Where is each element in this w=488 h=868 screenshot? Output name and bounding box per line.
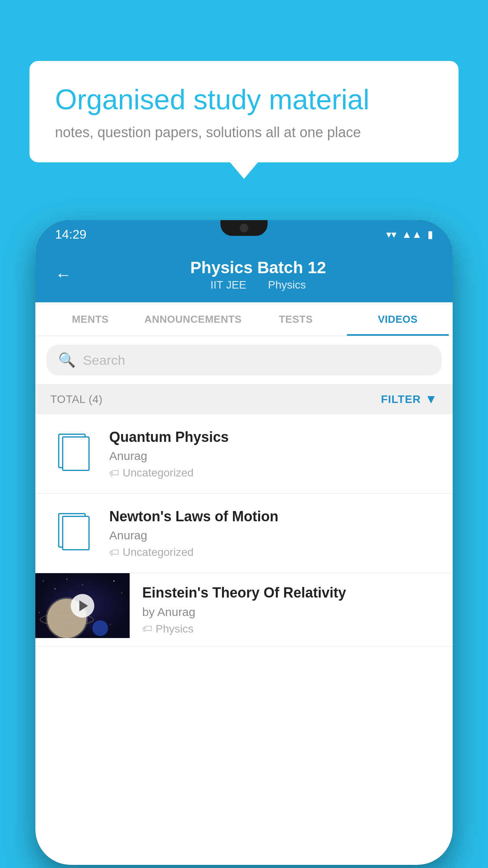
- svg-point-4: [82, 585, 83, 585]
- tag-label: Physics: [156, 623, 193, 635]
- tag-icon: 🏷: [109, 546, 119, 559]
- bubble-subtitle: notes, question papers, solutions all at…: [55, 124, 433, 141]
- svg-point-3: [66, 579, 67, 579]
- video-tag: 🏷 Physics: [142, 623, 442, 635]
- play-button[interactable]: [71, 594, 94, 618]
- back-button[interactable]: ←: [55, 265, 72, 284]
- phone-screen: ← Physics Batch 12 IIT JEE Physics MENTS…: [35, 248, 453, 865]
- list-item[interactable]: Newton's Laws of Motion Anurag 🏷 Uncateg…: [35, 494, 453, 573]
- tab-videos[interactable]: VIDEOS: [347, 302, 449, 336]
- video-author: Anurag: [109, 449, 438, 463]
- camera: [240, 224, 248, 232]
- filter-icon: ▼: [425, 392, 438, 406]
- filter-label: FILTER: [381, 393, 421, 406]
- total-count: TOTAL (4): [50, 393, 103, 406]
- status-time: 14:29: [55, 227, 86, 242]
- search-icon: 🔍: [58, 352, 76, 368]
- list-meta: TOTAL (4) FILTER ▼: [35, 384, 453, 414]
- video-title: Quantum Physics: [109, 428, 438, 445]
- play-icon: [79, 600, 88, 611]
- video-title: Einstein's Theory Of Relativity: [142, 584, 442, 601]
- video-info: Newton's Laws of Motion Anurag 🏷 Uncateg…: [109, 508, 438, 559]
- svg-point-5: [114, 581, 115, 582]
- battery-icon: ▮: [427, 228, 433, 241]
- speech-bubble-container: Organised study material notes, question…: [29, 61, 459, 162]
- tabs-bar: MENTS ANNOUNCEMENTS TESTS VIDEOS: [35, 302, 453, 336]
- tag-label: Uncategorized: [123, 467, 194, 479]
- bubble-title: Organised study material: [55, 83, 433, 116]
- tag-label: Uncategorized: [123, 546, 194, 559]
- tag-icon: 🏷: [142, 623, 152, 635]
- list-item[interactable]: Einstein's Theory Of Relativity by Anura…: [35, 573, 453, 646]
- signal-icon: ▲▲: [402, 228, 422, 241]
- svg-point-6: [121, 592, 122, 593]
- file-icon: [58, 513, 90, 550]
- header-iit-jee: IIT JEE: [211, 279, 246, 291]
- svg-point-8: [110, 624, 110, 625]
- tab-tests[interactable]: TESTS: [245, 302, 347, 336]
- list-item[interactable]: Quantum Physics Anurag 🏷 Uncategorized: [35, 414, 453, 494]
- status-icons: ▾▾ ▲▲ ▮: [386, 228, 433, 241]
- video-info: Quantum Physics Anurag 🏷 Uncategorized: [109, 428, 438, 479]
- video-thumb: [50, 508, 97, 555]
- search-bar-wrap: 🔍 Search: [35, 336, 453, 384]
- app-header: ← Physics Batch 12 IIT JEE Physics: [35, 248, 453, 302]
- header-center: Physics Batch 12 IIT JEE Physics: [83, 258, 433, 291]
- status-bar: 14:29 ▾▾ ▲▲ ▮: [35, 220, 453, 248]
- svg-point-12: [92, 620, 108, 636]
- video-author: by Anurag: [142, 605, 442, 619]
- video-author: Anurag: [109, 529, 438, 542]
- header-subtitle: IIT JEE Physics: [83, 279, 433, 291]
- svg-point-2: [55, 588, 56, 590]
- video-tag: 🏷 Uncategorized: [109, 546, 438, 559]
- file-icon-front: [62, 516, 90, 550]
- tab-announcements[interactable]: ANNOUNCEMENTS: [141, 302, 245, 336]
- video-list: Quantum Physics Anurag 🏷 Uncategorized: [35, 414, 453, 647]
- phone-frame: 14:29 ▾▾ ▲▲ ▮ ← Physics Batch 12 IIT JEE…: [35, 220, 453, 865]
- tab-ments[interactable]: MENTS: [39, 302, 141, 336]
- svg-point-7: [39, 612, 40, 613]
- file-icon: [58, 434, 90, 471]
- video-tag: 🏷 Uncategorized: [109, 467, 438, 479]
- screen-content: 🔍 Search TOTAL (4) FILTER ▼: [35, 336, 453, 647]
- svg-point-1: [43, 581, 44, 581]
- search-bar[interactable]: 🔍 Search: [46, 345, 442, 375]
- video-thumb: [50, 428, 97, 476]
- header-title: Physics Batch 12: [83, 258, 433, 277]
- file-icon-front: [62, 436, 90, 471]
- phone-notch: [220, 220, 268, 236]
- tag-icon: 🏷: [109, 467, 119, 479]
- filter-button[interactable]: FILTER ▼: [381, 392, 438, 406]
- video-thumbnail: [35, 573, 130, 638]
- wifi-icon: ▾▾: [386, 228, 396, 241]
- header-physics: Physics: [268, 279, 306, 291]
- video-info: Einstein's Theory Of Relativity by Anura…: [130, 573, 453, 646]
- speech-bubble: Organised study material notes, question…: [29, 61, 459, 162]
- video-title: Newton's Laws of Motion: [109, 508, 438, 525]
- search-placeholder: Search: [83, 353, 125, 368]
